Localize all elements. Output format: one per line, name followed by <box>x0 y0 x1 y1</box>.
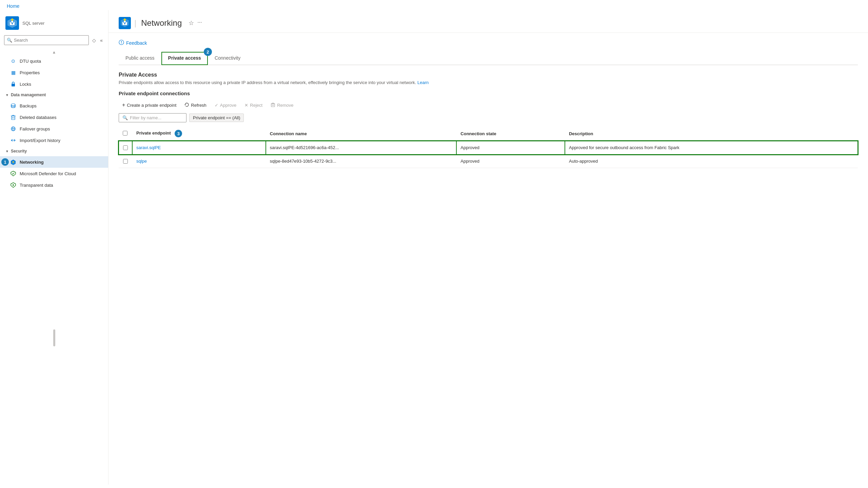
nav-group-label: Security <box>11 149 27 154</box>
select-all-checkbox[interactable] <box>123 131 127 136</box>
nav-label: Failover groups <box>20 126 50 131</box>
svg-marker-14 <box>11 171 16 176</box>
nav-item-failover-groups[interactable]: Failover groups <box>0 123 108 135</box>
page-header: | Networking ☆ ··· <box>108 10 868 33</box>
row-checkbox[interactable] <box>123 145 128 150</box>
check-icon: ✓ <box>215 103 218 108</box>
endpoint-cell: saravi.sqlPE <box>132 141 266 155</box>
table-row: saravi.sqlPE saravi.sqlPE-4d521696-ac6a-… <box>119 141 858 155</box>
failover-groups-icon <box>10 126 16 132</box>
tab-label: Connectivity <box>215 55 240 61</box>
connection-name-cell: saravi.sqlPE-4d521696-ac6a-452... <box>266 141 456 155</box>
chevron-down-icon: ▼ <box>5 93 9 97</box>
nav-item-properties[interactable]: ▦ Properties <box>0 67 108 78</box>
nav-label: Networking <box>20 160 44 165</box>
nav-item-import-export[interactable]: Import/Export history <box>0 135 108 146</box>
btn-label: Create a private endpoint <box>127 103 176 108</box>
nav-item-locks[interactable]: Locks <box>0 78 108 90</box>
tab-connectivity[interactable]: Connectivity <box>208 52 247 65</box>
svg-rect-6 <box>12 84 15 86</box>
nav-item-dto-quota[interactable]: ⊙ DTU quota <box>0 55 108 67</box>
state-cell: Approved <box>456 141 565 155</box>
import-export-icon <box>10 137 16 143</box>
more-options-icon[interactable]: ··· <box>197 19 202 27</box>
search-actions: ◇ « <box>91 37 104 44</box>
refresh-icon <box>184 102 189 108</box>
feedback-icon <box>119 40 124 46</box>
sidebar: SQL server 🔍 ◇ « ▲ ⊙ DTU quota ▦ Propert… <box>0 10 108 485</box>
locks-icon <box>10 81 16 87</box>
btn-label: Remove <box>277 103 293 108</box>
defender-icon <box>10 170 16 177</box>
filter-row: 🔍 Filter by name... Private endpoint == … <box>119 113 858 122</box>
favorite-icon[interactable]: ☆ <box>189 19 194 27</box>
resource-header: SQL server <box>0 14 108 35</box>
search-input[interactable] <box>4 35 89 45</box>
nav-item-deleted-databases[interactable]: Deleted databases <box>0 111 108 123</box>
backups-icon <box>10 103 16 109</box>
select-all-header[interactable] <box>119 126 132 141</box>
svg-rect-8 <box>12 116 15 120</box>
nav-label: Properties <box>20 70 40 75</box>
page-actions: ☆ ··· <box>189 19 202 27</box>
nav-label: Microsoft Defender for Cloud <box>20 171 76 176</box>
nav-group-data-management[interactable]: ▼ Data management <box>0 90 108 100</box>
sidebar-collapse-btn[interactable]: « <box>99 37 104 44</box>
section-desc: Private endpoints allow access to this r… <box>119 80 858 85</box>
learn-more-link[interactable]: Learn <box>417 80 429 85</box>
private-access-section: Private Access Private endpoints allow a… <box>119 72 858 168</box>
nav-item-backups[interactable]: Backups <box>0 100 108 111</box>
search-action-diamond[interactable]: ◇ <box>91 37 97 44</box>
tab-public-access[interactable]: Public access <box>119 52 161 65</box>
home-link[interactable]: Home <box>7 3 19 9</box>
table-row: sqlpe sqlpe-8ed47e93-10b5-4272-9c3... Ap… <box>119 155 858 168</box>
svg-rect-5 <box>12 23 13 24</box>
endpoints-table: Private endpoint 3 Connection name Conne… <box>119 126 858 168</box>
nav-label: Locks <box>20 82 31 87</box>
endpoint-link[interactable]: sqlpe <box>136 159 147 164</box>
endpoint-link[interactable]: saravi.sqlPE <box>136 145 161 150</box>
row-checkbox[interactable] <box>123 159 128 164</box>
description-cell: Approved for secure outbound access from… <box>565 141 858 155</box>
refresh-btn[interactable]: Refresh <box>181 101 210 110</box>
svg-point-13 <box>13 161 14 163</box>
svg-point-7 <box>11 104 15 106</box>
approve-btn[interactable]: ✓ Approve <box>211 101 240 109</box>
filter-tag[interactable]: Private endpoint == (All) <box>189 114 244 122</box>
svg-rect-25 <box>271 104 275 107</box>
section-title: Private Access <box>119 72 858 78</box>
btn-label: Reject <box>250 103 262 108</box>
col-connection-state: Connection state <box>456 126 565 141</box>
nav-item-microsoft-defender[interactable]: Microsoft Defender for Cloud <box>0 168 108 179</box>
svg-rect-22 <box>124 23 125 24</box>
main-content: | Networking ☆ ··· Feedback Public acces… <box>108 10 868 485</box>
tab-private-access[interactable]: 2 Private access <box>161 52 208 65</box>
connection-name-cell: sqlpe-8ed47e93-10b5-4272-9c3... <box>266 155 456 168</box>
reject-btn[interactable]: ✕ Reject <box>241 101 266 109</box>
nav-group-security[interactable]: ▼ Security <box>0 146 108 156</box>
remove-btn[interactable]: Remove <box>267 101 297 110</box>
nav-item-networking[interactable]: Networking 1 <box>0 156 108 168</box>
filter-input[interactable]: 🔍 Filter by name... <box>119 113 186 122</box>
feedback-bar[interactable]: Feedback <box>119 40 858 46</box>
table-toolbar: + Create a private endpoint Refresh ✓ Ap… <box>119 100 858 110</box>
nav-label: DTU quota <box>20 59 41 64</box>
svg-point-16 <box>13 184 14 186</box>
filter-search-icon: 🔍 <box>122 115 128 120</box>
tabs: Public access 2 Private access Connectiv… <box>119 52 858 65</box>
btn-label: Refresh <box>191 103 206 108</box>
search-box: 🔍 ◇ « <box>4 35 104 45</box>
page-title: Networking <box>141 18 182 28</box>
page-icon <box>119 17 131 29</box>
col-connection-name: Connection name <box>266 126 456 141</box>
nav-item-transparent-data[interactable]: Transparent data <box>0 179 108 191</box>
endpoint-cell: sqlpe <box>132 155 266 168</box>
state-cell: Approved <box>456 155 565 168</box>
tab-label: Private access <box>168 55 201 61</box>
content-area: Feedback Public access 2 Private access … <box>108 33 868 485</box>
nav-label: Import/Export history <box>20 138 60 143</box>
create-private-endpoint-btn[interactable]: + Create a private endpoint <box>119 100 180 110</box>
resource-title: SQL server <box>22 21 44 26</box>
nav-label: Transparent data <box>20 183 53 188</box>
scroll-up-icon[interactable]: ▲ <box>52 50 56 55</box>
